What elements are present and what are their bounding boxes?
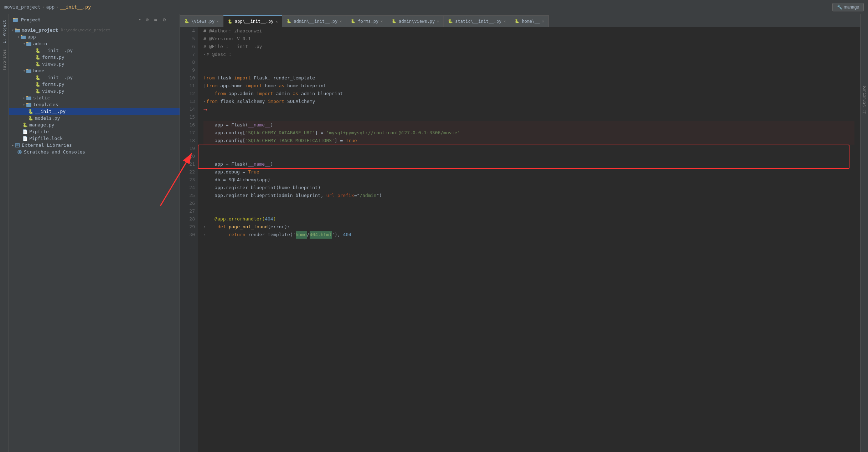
code-line-23: db = SQLAlchemy(app) [203,176,854,184]
sidebar-strip-project[interactable]: 1: Project [1,17,8,46]
tree-item-admin[interactable]: ▾ admin [9,40,180,47]
tree-item-static[interactable]: ▸ static [9,94,180,101]
line-num-9: 9 [183,66,195,74]
line-numbers: 4 5 6 7 8 9 10 11 12 13 14 15 16 17 18 1… [180,27,198,452]
py-icon-models: 🐍 [28,116,33,121]
main-layout: 1: Project Favorites Project ▾ ⊕ ⇆ ⚙ — [0,14,868,452]
tree-label-external-libs: External Libraries [22,142,72,148]
line-num-21: 21 [183,160,195,168]
line-num-4: 4 [183,27,195,35]
code-line-29: ▾ def page_not_found(error): [203,223,854,231]
tree-item-external-libs[interactable]: ▸ External Libraries [9,142,180,149]
settings-icon[interactable]: ⚙ [161,16,167,23]
code-line-7: ▾# @desc : [203,51,854,58]
chevron-down-icon: ▾ [17,35,20,39]
py-icon-manage: 🐍 [22,123,28,128]
tree-item-movie-project[interactable]: ▾ movie_project D:\code\movie_project [9,27,180,33]
tab-close-admin-init[interactable]: ✕ [340,19,342,23]
chevron-right-icon: ▸ [23,103,25,106]
code-line-17: app.config['SQLALCHEMY_DATABASE_URI'] = … [203,129,854,137]
panel-dropdown-arrow[interactable]: ▾ [139,17,141,22]
tree-item-pipfile-lock[interactable]: 📄 Pipfile.lock [9,135,180,142]
tree-item-home[interactable]: ▾ home [9,67,180,74]
tree-item-scratches[interactable]: Scratches and Consoles [9,149,180,155]
tab-label-home: home\__ [522,19,540,24]
tree-label-app-init: __init__.py [35,109,66,114]
tree-item-app[interactable]: ▾ app [9,33,180,40]
folder-icon-admin [26,41,32,46]
tree-item-manage[interactable]: 🐍 manage.py [9,121,180,128]
tab-icon-forms: 🐍 [351,19,356,24]
tab-admin-init[interactable]: 🐍 admin\__init__.py ✕ [282,15,346,27]
tab-icon-static-init: 🐍 [448,19,453,24]
code-line-10: from flask import Flask, render_template [203,74,854,82]
line-num-20: 20 [183,152,195,160]
tab-close-views[interactable]: ✕ [217,19,219,23]
tab-app-init[interactable]: 🐍 app\__init__.py ✕ [223,15,282,27]
code-editor[interactable]: 4 5 6 7 8 9 10 11 12 13 14 15 16 17 18 1… [180,27,860,452]
tab-close-forms[interactable]: ✕ [381,19,383,23]
line-num-19: 19 [183,145,195,152]
tree-item-models[interactable]: 🐍 models.py [9,115,180,121]
collapse-icon[interactable]: ⇆ [153,16,159,23]
code-content[interactable]: # @Author: zhaoconwei # @Version: V 0.1 … [198,27,860,452]
tree-item-home-views[interactable]: 🐍 views.py [9,88,180,94]
z-structure-label[interactable]: Z: Structure [862,85,867,114]
chevron-down-icon: ▾ [23,42,25,46]
tab-label-admin-init: admin\__init__.py [294,19,337,24]
tree-item-home-forms[interactable]: 🐍 forms.py [9,81,180,88]
breadcrumb-sep2: › [56,4,59,10]
minimize-icon[interactable]: — [170,16,176,23]
code-line-21: app = Flask(__name__) [203,160,854,168]
z-structure-sidebar[interactable]: Z: Structure [860,14,868,452]
code-line-13: ▾from flask_sqlalchemy import SQLAlchemy [203,98,854,105]
tree-item-admin-views[interactable]: 🐍 views.py [9,61,180,67]
tab-label-views: \views.py [191,19,215,24]
tab-static-init[interactable]: 🐍 static\__init__.py ✕ [444,15,510,27]
tree-label-admin-views: views.py [42,61,64,67]
tab-close-app-init[interactable]: ✕ [275,20,278,24]
line-num-11: 11 [183,82,195,90]
code-line-27 [203,207,854,215]
tree-item-admin-init[interactable]: 🐍 __init__.py [9,47,180,54]
tree-item-app-init[interactable]: 🐍 __init__.py [9,108,180,115]
locate-icon[interactable]: ⊕ [144,16,150,23]
manage-button[interactable]: 🔧 manage [832,3,864,11]
py-init-icon: 🐍 [35,48,41,53]
code-line-16: app = Flask(__name__) [203,121,854,129]
code-line-5: # @Version: V 0.1 [203,35,854,43]
line-num-22: 22 [183,168,195,176]
tab-label-app-init: app\__init__.py [235,19,273,24]
tab-close-static-init[interactable]: ✕ [503,19,506,23]
tree-item-templates[interactable]: ▸ templates [9,101,180,108]
tab-admin-views[interactable]: 🐍 admin\views.py ✕ [387,15,444,27]
tree-label-movie-project: movie_project [22,27,58,33]
line-num-26: 26 [183,199,195,207]
tab-home[interactable]: 🐍 home\__ ✕ [510,15,549,27]
sidebar-strip-favorites[interactable]: Favorites [1,46,8,73]
line-num-16: 16 [183,121,195,129]
py-icon-home-views: 🐍 [35,89,41,94]
tab-close-home[interactable]: ✕ [542,19,544,23]
scratches-icon [17,150,22,155]
tree-item-pipfile[interactable]: 📄 Pipfile [9,128,180,135]
line-num-10: 10 [183,74,195,82]
folder-icon-templates [26,102,32,107]
tree-item-home-init[interactable]: 🐍 __init__.py [9,74,180,81]
breadcrumb-file[interactable]: __init__.py [60,4,91,10]
chevron-right-icon: ▸ [12,143,14,147]
tree-label-admin: admin [33,41,47,46]
tab-forms[interactable]: 🐍 forms.py ✕ [346,15,387,27]
tree-label-static: static [33,95,50,100]
breadcrumb-app[interactable]: app [46,4,55,10]
code-line-9 [203,66,854,74]
breadcrumb-project[interactable]: movie_project [4,4,41,10]
tree-label-home: home [33,68,44,73]
line-num-30: 30 [183,231,195,239]
code-line-8 [203,58,854,66]
line-num-15: 15 [183,113,195,121]
tree-item-admin-forms[interactable]: 🐍 forms.py [9,54,180,61]
code-line-12: from app.admin import admin as admin_blu… [203,90,854,98]
tab-views[interactable]: 🐍 \views.py ✕ [180,15,223,27]
tab-close-admin-views[interactable]: ✕ [437,19,439,23]
